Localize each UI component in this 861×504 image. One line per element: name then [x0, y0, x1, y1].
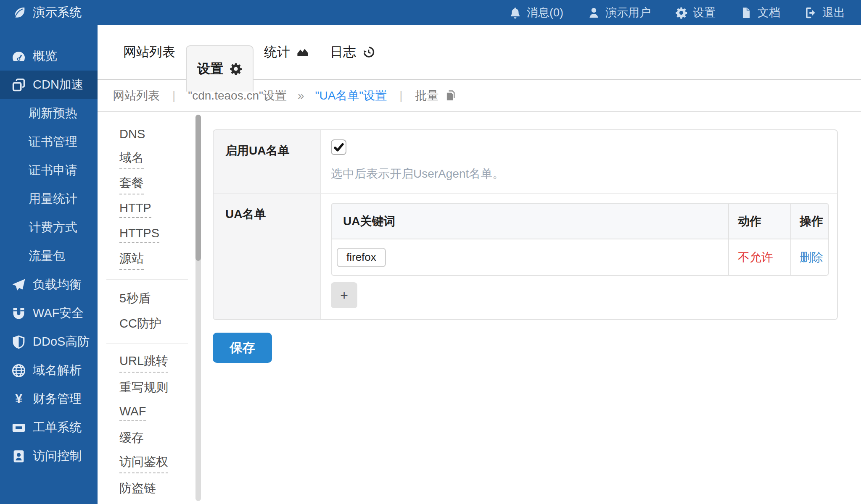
delete-link[interactable]: 删除 [800, 249, 823, 265]
sidebar-label-cdn: CDN加速 [33, 76, 84, 93]
submenu-label: 套餐 [119, 175, 144, 194]
tab-stats[interactable]: 统计 [254, 25, 320, 79]
enable-ua-label: 启用UA名单 [214, 130, 321, 193]
tab-settings-label: 设置 [197, 60, 223, 78]
submenu-item-url-redirect[interactable]: URL跳转 [98, 350, 195, 375]
sidebar-subitem-traffic-pack[interactable]: 流量包 [0, 242, 98, 270]
table-row: firefox 不允许 删除 [332, 239, 828, 275]
submenu-label: 重写规则 [119, 379, 168, 396]
batch-label: 批量 [415, 88, 439, 104]
submenu-item-dns[interactable]: DNS [98, 121, 195, 147]
app-logo: 演示系统 [13, 4, 82, 21]
user-icon [588, 7, 600, 19]
submenu-item-5s-shield[interactable]: 5秒盾 [98, 286, 195, 311]
submenu-item-auth[interactable]: 访问鉴权 [98, 451, 195, 476]
sidebar-subitem-cert-manage[interactable]: 证书管理 [0, 128, 98, 156]
submenu-item-cache[interactable]: 缓存 [98, 425, 195, 451]
sidebar-label-waf: WAF安全 [33, 305, 84, 322]
ua-table-header: UA关键词 动作 操作 [332, 204, 828, 239]
sidebar-item-cdn[interactable]: CDN加速 [0, 71, 98, 99]
document-icon [740, 7, 752, 19]
add-keyword-button[interactable]: + [331, 282, 357, 308]
submenu-item-waf[interactable]: WAF [98, 400, 195, 425]
docs-label: 文档 [758, 5, 780, 20]
submenu-item-rewrite[interactable]: 重写规则 [98, 375, 195, 400]
bell-icon [509, 7, 521, 19]
messages-menu-item[interactable]: 消息(0) [509, 5, 563, 20]
ua-list-content: UA关键词 动作 操作 firefox 不允许 [321, 194, 838, 319]
ua-list-row: UA名单 UA关键词 动作 操作 firefox [214, 193, 837, 319]
breadcrumb-batch[interactable]: 批量 [415, 88, 456, 104]
settings-submenu: DNS 域名 套餐 HTTP HTTPS 源站 5秒盾 CC防护 URL跳转 重… [98, 112, 195, 503]
sidebar-subitem-cert-apply[interactable]: 证书申请 [0, 156, 98, 185]
form-box: 启用UA名单 选中后表示开启UserAgent名单。 UA名单 UA关键词 [213, 129, 838, 320]
action-cell: 不允许 [728, 239, 790, 275]
tab-site-list[interactable]: 网站列表 [113, 25, 186, 79]
header-operation: 操作 [790, 204, 828, 239]
logout-icon [805, 7, 817, 19]
action-value: 不允许 [738, 249, 773, 265]
enable-ua-content: 选中后表示开启UserAgent名单。 [321, 130, 837, 193]
sidebar: 概览 CDN加速 刷新预热 证书管理 证书申请 用量统计 计费方式 流量包 负载… [0, 25, 98, 504]
tab-settings[interactable]: 设置 [186, 45, 254, 92]
sidebar-label-finance: 财务管理 [33, 391, 82, 407]
submenu-item-https[interactable]: HTTPS [98, 222, 195, 247]
tab-site-list-label: 网站列表 [123, 43, 175, 61]
submenu-label: URL跳转 [119, 353, 168, 373]
settings-body: DNS 域名 套餐 HTTP HTTPS 源站 5秒盾 CC防护 URL跳转 重… [98, 112, 861, 503]
breadcrumb-separator: | [172, 89, 175, 102]
messages-label: 消息(0) [527, 5, 563, 20]
enable-ua-checkbox[interactable] [331, 139, 346, 155]
app-title: 演示系统 [33, 4, 82, 21]
dashboard-icon [11, 49, 26, 64]
submenu-item-origin[interactable]: 源站 [98, 247, 195, 273]
sidebar-item-access[interactable]: 访问控制 [0, 442, 98, 470]
sidebar-item-finance[interactable]: ¥ 财务管理 [0, 385, 98, 413]
yen-icon: ¥ [11, 391, 26, 407]
sidebar-item-load-balancer[interactable]: 负载均衡 [0, 270, 98, 299]
main-content: 网站列表 设置 统计 日志 网站列表 | "cdn.teaos.cn"设置 » … [98, 25, 861, 504]
breadcrumb-site-list[interactable]: 网站列表 [113, 88, 160, 104]
cdn-clone-icon [11, 78, 26, 92]
sidebar-item-waf[interactable]: WAF安全 [0, 299, 98, 328]
sidebar-item-overview[interactable]: 概览 [0, 42, 98, 71]
breadcrumb-separator: | [399, 89, 402, 102]
user-menu-item[interactable]: 演示用户 [588, 5, 651, 20]
sidebar-subitem-refresh[interactable]: 刷新预热 [0, 99, 98, 128]
tab-logs[interactable]: 日志 [320, 25, 386, 79]
subitem-label: 计费方式 [29, 219, 77, 236]
header-keyword: UA关键词 [332, 204, 728, 239]
submenu-item-http[interactable]: HTTP [98, 197, 195, 222]
sidebar-item-tickets[interactable]: 工单系统 [0, 413, 98, 442]
settings-menu-item[interactable]: 设置 [675, 5, 716, 20]
submenu-item-cc[interactable]: CC防护 [98, 311, 195, 336]
submenu-item-plan[interactable]: 套餐 [98, 172, 195, 197]
submenu-scrollbar[interactable] [195, 115, 201, 501]
scrollbar-thumb[interactable] [195, 115, 201, 261]
submenu-item-domain[interactable]: 域名 [98, 147, 195, 172]
breadcrumb-current[interactable]: "UA名单"设置 [315, 88, 387, 104]
submenu-label: 缓存 [119, 430, 144, 446]
submenu-item-hotlink[interactable]: 防盗链 [98, 476, 195, 501]
save-button[interactable]: 保存 [213, 333, 272, 363]
paper-plane-icon [11, 278, 26, 292]
checkmark-icon [333, 141, 345, 154]
breadcrumb-arrow: » [298, 89, 304, 102]
sidebar-subitem-usage[interactable]: 用量统计 [0, 185, 98, 213]
subitem-label: 流量包 [29, 248, 65, 265]
logout-label: 退出 [822, 5, 845, 20]
sidebar-item-ddos[interactable]: DDoS高防 [0, 328, 98, 356]
sidebar-item-dns[interactable]: 域名解析 [0, 356, 98, 385]
keyword-chip[interactable]: firefox [337, 248, 386, 267]
shield-icon [11, 335, 26, 349]
magnet-icon [11, 306, 26, 321]
sidebar-subitem-billing[interactable]: 计费方式 [0, 213, 98, 242]
enable-ua-hint: 选中后表示开启UserAgent名单。 [331, 166, 828, 182]
submenu-label: 5秒盾 [119, 290, 151, 307]
docs-menu-item[interactable]: 文档 [740, 5, 780, 20]
ua-settings-form: 启用UA名单 选中后表示开启UserAgent名单。 UA名单 UA关键词 [201, 112, 861, 503]
submenu-label: 防盗链 [119, 480, 156, 497]
sidebar-label-ddos: DDoS高防 [33, 333, 90, 350]
logout-menu-item[interactable]: 退出 [805, 5, 845, 20]
gear-icon [230, 63, 242, 75]
